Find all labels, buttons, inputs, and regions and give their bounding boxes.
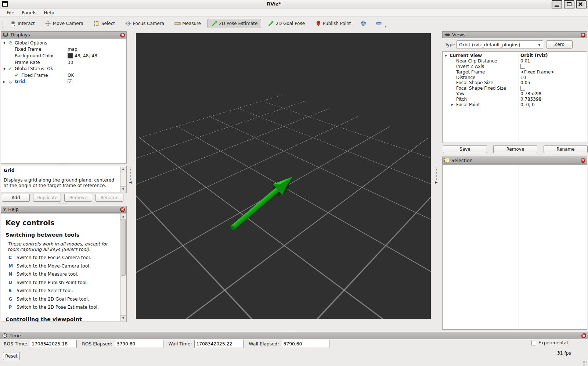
help-heading: Key controls: [6, 219, 118, 227]
remove-tool-button[interactable]: ▾: [374, 19, 383, 28]
splitter-grip[interactable]: [58, 203, 68, 205]
menu-item-panels[interactable]: Panels: [18, 9, 40, 16]
zero-button[interactable]: Zero: [546, 40, 573, 49]
property-label: Invert Z Axis: [456, 64, 484, 69]
tree-row-grid[interactable]: ▶Grid✔: [1, 79, 126, 85]
time-field: Wall Elapsed:: [249, 340, 329, 348]
selection-panel-body[interactable]: [442, 164, 587, 330]
expander-icon[interactable]: ▼: [445, 54, 450, 57]
maximize-icon: [567, 2, 571, 6]
reset-button[interactable]: Reset: [3, 352, 20, 360]
expander-icon[interactable]: ▼: [3, 41, 8, 44]
experimental-checkbox[interactable]: [531, 341, 536, 345]
help-panel-header[interactable]: ? Help: [1, 206, 127, 213]
tool-measure[interactable]: Measure: [171, 19, 205, 28]
tool-interact[interactable]: Interact: [6, 19, 39, 28]
ros-elapsed-input[interactable]: [115, 340, 163, 348]
tree-row-current-view[interactable]: ▼Current ViewOrbit (rviz): [443, 53, 587, 58]
tree-label-cell: Fixed Frame: [1, 47, 66, 52]
expander-icon[interactable]: ▶: [3, 80, 8, 83]
toolbar-overflow-icon[interactable]: ▾: [385, 25, 386, 28]
tree-row-pitch[interactable]: Pitch0.785398: [443, 96, 587, 102]
help-panel-body: Key controls Switching between tools The…: [1, 213, 127, 322]
add-tool-button[interactable]: [359, 19, 368, 28]
resize-grip[interactable]: [582, 360, 587, 365]
question-mark-icon: ?: [3, 207, 6, 212]
minus-icon: [376, 20, 382, 26]
property-label: Target Frame: [456, 69, 485, 75]
tree-value-cell: <Fixed Frame>: [519, 69, 587, 75]
ros-time-input[interactable]: [30, 340, 77, 348]
scroll-up-icon[interactable]: ▲: [120, 166, 126, 172]
add-button[interactable]: Add: [2, 194, 30, 202]
wall-elapsed-input[interactable]: [282, 340, 329, 348]
menu-item-help[interactable]: Help: [40, 9, 58, 16]
key-description: Switch to the Measure tool.: [17, 272, 78, 277]
tree-row-distance[interactable]: Distance10: [443, 75, 587, 80]
left-panel-collapse-handle[interactable]: ◀: [128, 167, 133, 184]
help-note: These controls work in all modes, except…: [8, 241, 118, 252]
time-close-button[interactable]: [581, 333, 586, 338]
property-value: 30: [68, 60, 73, 65]
remove-button[interactable]: Remove: [493, 145, 537, 153]
close-window-button[interactable]: [576, 0, 587, 8]
views-close-button[interactable]: [581, 33, 585, 37]
description-scrollbar[interactable]: ▲ ▼: [120, 166, 126, 192]
tree-row-global-status-ok[interactable]: ▼✔Global Status: Ok: [1, 65, 126, 72]
tree-row-invert-z-axis[interactable]: Invert Z Axis: [443, 64, 587, 69]
tree-value-cell: [519, 86, 587, 91]
expander-icon[interactable]: ▶: [451, 103, 456, 106]
selection-close-button[interactable]: [581, 158, 585, 163]
tree-row-focal-shape-fixed-size[interactable]: Focal Shape Fixed Size: [443, 86, 587, 91]
right-panel-collapse-handle[interactable]: ▶: [434, 167, 439, 184]
view-type-combobox[interactable]: Orbit (rviz_default_plugins) ▼: [457, 40, 543, 49]
collapse-left-icon[interactable]: ◀: [129, 180, 132, 184]
rename-button[interactable]: Rename: [544, 145, 588, 153]
expander-icon[interactable]: ▼: [3, 67, 8, 71]
selection-panel-header[interactable]: Selection: [442, 157, 587, 164]
property-label: Current View: [450, 53, 482, 58]
splitter-grip[interactable]: [508, 154, 518, 156]
scroll-down-icon[interactable]: ▼: [120, 315, 126, 321]
tree-row-focal-shape-size[interactable]: Focal Shape Size0.05: [443, 80, 587, 86]
time-panel-header[interactable]: Time: [0, 332, 588, 339]
tool-2d-goal-pose[interactable]: 2D Goal Pose: [264, 19, 309, 28]
checkbox-checked[interactable]: ✔: [68, 79, 72, 84]
tree-row-focal-point[interactable]: ▶Focal Point0; 0; 0: [443, 102, 587, 107]
tree-label-cell: ▶Grid: [1, 79, 66, 84]
save-button[interactable]: Save: [443, 145, 487, 153]
render-viewport[interactable]: [136, 33, 431, 319]
tool-2d-pose-estimate[interactable]: 2D Pose Estimate: [208, 19, 261, 28]
tool-label: Publish Point: [323, 21, 351, 26]
collapse-right-icon[interactable]: ▶: [435, 180, 438, 184]
maximize-button[interactable]: [564, 0, 574, 8]
tree-row-global-options[interactable]: ▼⚙Global Options: [1, 40, 126, 46]
tree-row-frame-rate[interactable]: Frame Rate30: [1, 59, 126, 66]
tool-move-camera[interactable]: Move Camera: [42, 19, 87, 28]
toolbar-drag-handle[interactable]: [2, 19, 4, 28]
minimize-button[interactable]: [552, 0, 562, 8]
tree-row-fixed-frame[interactable]: ✔Fixed FrameOK: [1, 72, 126, 79]
tree-row-near-clip-distance[interactable]: Near Clip Distance0.01: [443, 58, 587, 64]
tree-row-background-color[interactable]: Background Color48; 48; 48: [1, 53, 126, 59]
scrollbar-thumb[interactable]: [121, 220, 126, 276]
help-scrollbar[interactable]: ▲ ▼: [120, 214, 126, 321]
checkbox-unchecked[interactable]: [520, 86, 525, 91]
checkbox-unchecked[interactable]: [520, 64, 525, 69]
views-panel-header[interactable]: Views: [442, 31, 587, 38]
tree-label-cell: Invert Z Axis: [443, 64, 519, 69]
menu-item-file[interactable]: File: [3, 9, 18, 16]
displays-close-button[interactable]: [120, 33, 125, 37]
tool-focus-camera[interactable]: Focus Camera: [122, 19, 168, 28]
displays-panel-header[interactable]: Displays: [1, 31, 127, 38]
tool-publish-point[interactable]: Publish Point: [311, 19, 354, 28]
tree-rows: ▼⚙Global OptionsFixed FramemapBackground…: [1, 39, 126, 85]
tree-row-fixed-frame[interactable]: Fixed Framemap: [1, 46, 126, 53]
tool-select[interactable]: Select: [90, 19, 119, 28]
scroll-down-icon[interactable]: ▼: [120, 186, 126, 192]
tree-row-target-frame[interactable]: Target Frame<Fixed Frame>: [443, 69, 587, 75]
scroll-up-icon[interactable]: ▲: [120, 214, 126, 220]
tree-row-yaw[interactable]: Yaw0.785398: [443, 91, 587, 97]
wall-time-input[interactable]: [194, 340, 244, 348]
help-close-button[interactable]: [120, 207, 125, 212]
